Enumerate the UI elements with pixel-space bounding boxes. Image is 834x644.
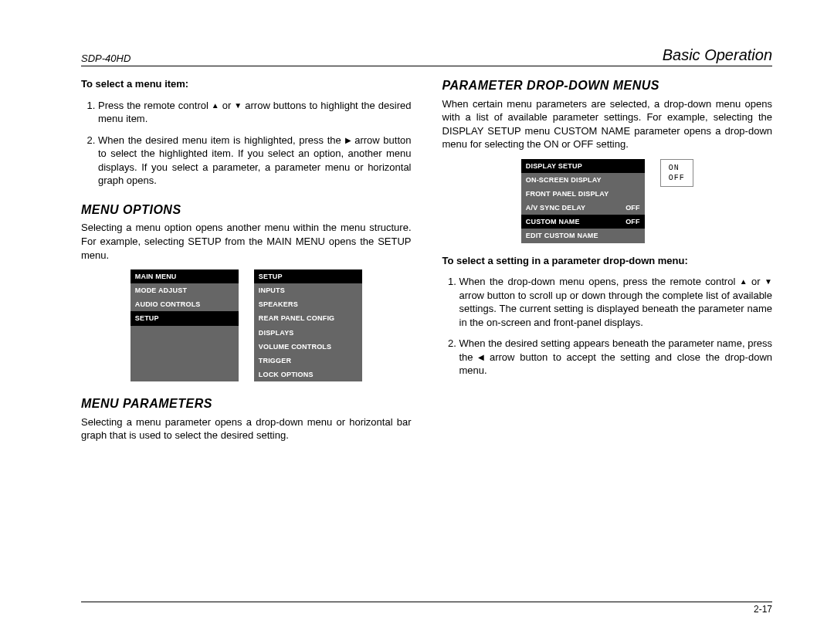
dropdown-select-heading: To select a setting in a parameter drop-… bbox=[442, 254, 773, 268]
osd-item: INPUTS bbox=[254, 283, 362, 297]
osd-item-highlighted: SETUP bbox=[131, 311, 239, 325]
select-menu-item-steps: Press the remote control ▲ or ▼ arrow bu… bbox=[81, 99, 412, 188]
osd-item: LOCK OPTIONS bbox=[254, 368, 362, 381]
osd-item: A/V SYNC DELAYOFF bbox=[521, 201, 645, 215]
menu-options-figure: MAIN MENU MODE ADJUST AUDIO CONTROLS SET… bbox=[81, 269, 412, 381]
dd-step-2: When the desired setting appears beneath… bbox=[459, 337, 773, 378]
osd-item: VOLUME CONTROLS bbox=[254, 340, 362, 354]
left-column: To select a menu item: Press the remote … bbox=[81, 77, 412, 450]
dropdown-options-box: ON OFF bbox=[660, 159, 693, 187]
osd-item: ON-SCREEN DISPLAY bbox=[521, 173, 645, 187]
osd-item: AUDIO CONTROLS bbox=[131, 297, 239, 311]
osd-item: TRIGGER bbox=[254, 354, 362, 368]
dropdown-para: When certain menu parameters are selecte… bbox=[442, 97, 773, 151]
down-arrow-icon: ▼ bbox=[764, 276, 772, 287]
header-model: SDP-40HD bbox=[81, 53, 131, 64]
page-footer: 2-17 bbox=[81, 602, 772, 615]
osd-display-setup: DISPLAY SETUP ON-SCREEN DISPLAY FRONT PA… bbox=[521, 159, 645, 243]
osd-item: REAR PANEL CONFIG bbox=[254, 311, 362, 325]
up-arrow-icon: ▲ bbox=[740, 276, 748, 287]
two-column-body: To select a menu item: Press the remote … bbox=[81, 77, 772, 450]
osd-title: SETUP bbox=[254, 269, 362, 283]
dropdown-heading: PARAMETER DROP-DOWN MENUS bbox=[442, 77, 773, 94]
manual-page: SDP-40HD Basic Operation To select a men… bbox=[0, 0, 834, 644]
dropdown-option: ON bbox=[669, 163, 685, 173]
menu-parameters-heading: MENU PARAMETERS bbox=[81, 395, 412, 412]
step-1: Press the remote control ▲ or ▼ arrow bu… bbox=[98, 99, 412, 126]
osd-item-highlighted: CUSTOM NAMEOFF bbox=[521, 215, 645, 229]
osd-item: MODE ADJUST bbox=[131, 283, 239, 297]
right-column: PARAMETER DROP-DOWN MENUS When certain m… bbox=[442, 77, 773, 450]
up-arrow-icon: ▲ bbox=[212, 100, 219, 111]
left-arrow-icon: ◀ bbox=[478, 352, 484, 363]
dropdown-figure: DISPLAY SETUP ON-SCREEN DISPLAY FRONT PA… bbox=[442, 159, 773, 243]
right-arrow-icon: ▶ bbox=[345, 135, 351, 146]
osd-title: MAIN MENU bbox=[131, 269, 239, 283]
osd-setup-menu: SETUP INPUTS SPEAKERS REAR PANEL CONFIG … bbox=[254, 269, 362, 381]
osd-item: FRONT PANEL DISPLAY bbox=[521, 187, 645, 201]
menu-parameters-para: Selecting a menu parameter opens a drop-… bbox=[81, 415, 412, 442]
osd-title: DISPLAY SETUP bbox=[521, 159, 645, 173]
select-menu-item-heading: To select a menu item: bbox=[81, 77, 412, 91]
running-head: SDP-40HD Basic Operation bbox=[81, 46, 772, 66]
header-section: Basic Operation bbox=[663, 46, 772, 64]
osd-item: SPEAKERS bbox=[254, 297, 362, 311]
menu-options-para: Selecting a menu option opens another me… bbox=[81, 221, 412, 262]
step-2: When the desired menu item is highlighte… bbox=[98, 134, 412, 188]
osd-main-menu: MAIN MENU MODE ADJUST AUDIO CONTROLS SET… bbox=[131, 269, 239, 381]
osd-item: EDIT CUSTOM NAME bbox=[521, 229, 645, 242]
dropdown-option: OFF bbox=[669, 173, 685, 183]
page-number: 2-17 bbox=[754, 604, 772, 615]
menu-options-heading: MENU OPTIONS bbox=[81, 202, 412, 219]
down-arrow-icon: ▼ bbox=[234, 100, 242, 111]
dropdown-select-steps: When the drop-down menu opens, press the… bbox=[442, 275, 773, 378]
dd-step-1: When the drop-down menu opens, press the… bbox=[459, 275, 773, 329]
osd-item: DISPLAYS bbox=[254, 326, 362, 340]
